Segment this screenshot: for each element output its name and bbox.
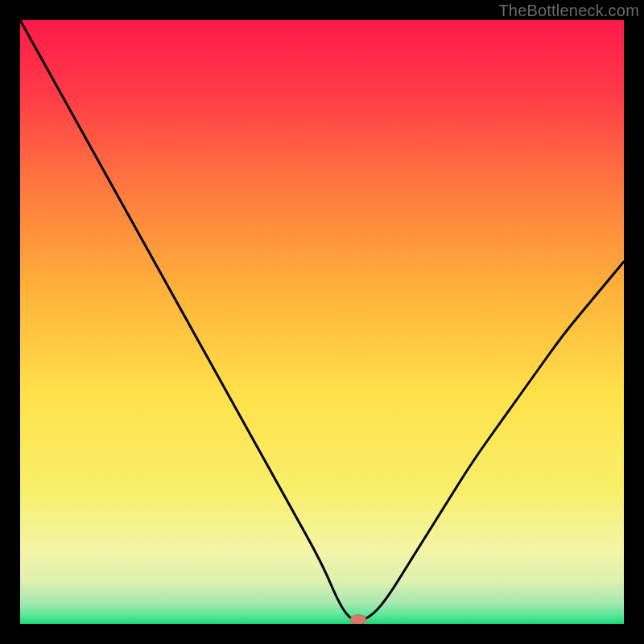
gradient-background [20, 20, 624, 624]
chart-svg [20, 20, 624, 624]
watermark-text: TheBottleneck.com [498, 2, 639, 20]
minimum-marker [350, 615, 366, 624]
plot-area [20, 20, 624, 624]
chart-frame: TheBottleneck.com [0, 0, 644, 644]
